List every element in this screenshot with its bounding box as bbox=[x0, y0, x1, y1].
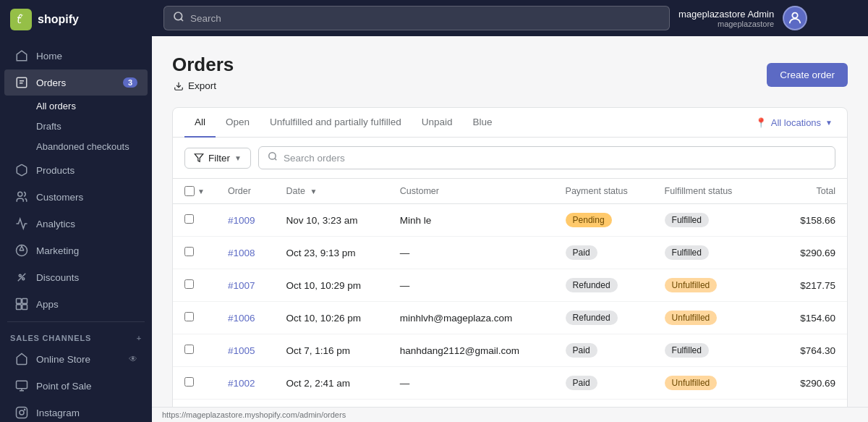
row-date: 2, 2:12 am bbox=[275, 400, 388, 408]
create-order-button[interactable]: Create order bbox=[767, 63, 848, 87]
marketing-icon bbox=[14, 243, 29, 258]
orders-card: All Open Unfulfilled and partially fulfi… bbox=[172, 107, 848, 407]
row-checkbox-cell bbox=[173, 302, 216, 334]
tab-blue[interactable]: Blue bbox=[462, 108, 502, 138]
location-icon: 📍 bbox=[755, 117, 767, 128]
online-store-actions: 👁 bbox=[129, 354, 137, 364]
tab-all[interactable]: All bbox=[184, 108, 216, 138]
sidebar-item-online-store[interactable]: Online Store 👁 bbox=[4, 346, 148, 372]
row-checkbox[interactable] bbox=[184, 345, 194, 354]
row-checkbox[interactable] bbox=[184, 214, 194, 224]
location-filter[interactable]: 📍 All locations ▼ bbox=[752, 111, 835, 134]
tab-unpaid[interactable]: Unpaid bbox=[412, 108, 463, 138]
search-bar[interactable] bbox=[163, 6, 670, 30]
order-link[interactable]: #1005 bbox=[228, 345, 255, 356]
sidebar-item-orders[interactable]: Orders 3 bbox=[4, 69, 148, 96]
svg-line-20 bbox=[181, 19, 183, 21]
tab-open[interactable]: Open bbox=[216, 108, 260, 138]
sidebar-subitem-drafts[interactable]: Drafts bbox=[4, 117, 148, 136]
row-checkbox[interactable] bbox=[184, 377, 194, 387]
svg-marker-23 bbox=[195, 154, 203, 162]
sidebar-item-apps[interactable]: Apps bbox=[4, 291, 148, 317]
svg-point-15 bbox=[25, 409, 25, 410]
order-link[interactable]: #1009 bbox=[228, 215, 255, 226]
row-customer: — bbox=[388, 237, 554, 269]
svg-rect-9 bbox=[22, 305, 27, 310]
sidebar-item-discounts[interactable]: Discounts bbox=[4, 264, 148, 290]
sidebar-subitem-abandoned[interactable]: Abandoned checkouts bbox=[4, 137, 148, 156]
row-order: #1005 bbox=[216, 334, 275, 367]
fulfillment-status-badge: Fulfilled bbox=[665, 213, 709, 227]
filter-button[interactable]: Filter ▼ bbox=[184, 148, 251, 169]
row-total: $290.69 bbox=[770, 367, 847, 400]
eye-icon[interactable]: 👁 bbox=[129, 354, 137, 364]
avatar[interactable] bbox=[783, 6, 807, 30]
sidebar-logo[interactable]: shopify bbox=[0, 0, 152, 39]
row-checkbox[interactable] bbox=[184, 312, 194, 321]
row-checkbox[interactable] bbox=[184, 279, 194, 289]
row-payment-status: Refunded bbox=[554, 302, 653, 334]
row-fulfillment-status: Unfulfilled bbox=[653, 269, 770, 302]
row-customer: minhlvh@mageplaza.com bbox=[388, 302, 554, 334]
row-fulfillment-status: Unfulfilled bbox=[653, 367, 770, 400]
order-link[interactable]: #1002 bbox=[228, 378, 255, 389]
sidebar-item-discounts-label: Discounts bbox=[36, 272, 79, 283]
row-payment-status: Paid bbox=[554, 400, 653, 408]
tab-unfulfilled[interactable]: Unfulfilled and partially fulfilled bbox=[260, 108, 412, 138]
sidebar-item-home[interactable]: Home bbox=[4, 43, 148, 69]
sidebar-item-apps-label: Apps bbox=[36, 299, 59, 310]
sidebar-navigation: Home Orders 3 All orders Drafts Abandone… bbox=[0, 39, 152, 422]
chevron-down-icon: ▼ bbox=[825, 119, 833, 127]
row-customer: hanhdang2112@gmail.com bbox=[388, 334, 554, 367]
search-input[interactable] bbox=[190, 13, 660, 24]
table-row: #1006 Oct 10, 10:26 pm minhlvh@mageplaza… bbox=[173, 302, 847, 334]
logo-text: shopify bbox=[38, 13, 79, 26]
statusbar: https://mageplazastore.myshopify.com/adm… bbox=[152, 407, 868, 422]
search-orders-bar[interactable] bbox=[258, 146, 835, 169]
row-order: #1002 bbox=[216, 367, 275, 400]
user-store: mageplazastore bbox=[678, 20, 774, 28]
sidebar-item-marketing[interactable]: Marketing bbox=[4, 237, 148, 263]
svg-point-4 bbox=[22, 278, 25, 280]
row-fulfillment-status: Unfulfilled bbox=[653, 302, 770, 334]
row-checkbox-cell bbox=[173, 400, 216, 408]
row-date: Oct 2, 2:41 am bbox=[275, 367, 388, 400]
analytics-icon bbox=[14, 216, 29, 231]
sidebar-item-point-of-sale[interactable]: Point of Sale bbox=[4, 373, 148, 399]
sidebar-item-home-label: Home bbox=[36, 51, 62, 62]
sidebar-item-orders-label: Orders bbox=[36, 77, 66, 88]
select-all-checkbox[interactable] bbox=[184, 186, 195, 196]
orders-badge: 3 bbox=[123, 77, 137, 88]
tabs-bar: All Open Unfulfilled and partially fulfi… bbox=[173, 108, 847, 138]
order-link[interactable]: #1006 bbox=[228, 313, 255, 324]
col-date[interactable]: Date ▼ bbox=[275, 179, 388, 204]
row-date: Oct 10, 10:26 pm bbox=[275, 302, 388, 334]
row-checkbox[interactable] bbox=[184, 247, 194, 256]
row-fulfillment-status: Fulfilled bbox=[653, 204, 770, 237]
svg-rect-13 bbox=[17, 408, 27, 418]
row-fulfillment-status: Fulfilled bbox=[653, 237, 770, 269]
instagram-icon bbox=[14, 405, 29, 420]
sidebar-item-customers[interactable]: Customers bbox=[4, 184, 148, 210]
search-orders-icon bbox=[268, 151, 278, 164]
user-name: mageplazastore Admin bbox=[678, 9, 774, 20]
payment-status-badge: Paid bbox=[566, 343, 597, 358]
checkbox-dropdown-icon[interactable]: ▼ bbox=[197, 187, 205, 195]
order-link[interactable]: #1008 bbox=[228, 248, 255, 258]
search-orders-input[interactable] bbox=[284, 153, 826, 164]
page-title: Orders bbox=[172, 54, 234, 76]
sidebar-item-products[interactable]: Products bbox=[4, 157, 148, 183]
statusbar-url: https://mageplazastore.myshopify.com/adm… bbox=[162, 410, 346, 419]
sidebar-item-instagram[interactable]: Instagram bbox=[4, 400, 148, 422]
export-button[interactable]: Export bbox=[172, 76, 218, 96]
svg-rect-7 bbox=[22, 299, 27, 304]
order-link[interactable]: #1007 bbox=[228, 280, 255, 291]
row-total: $217.75 bbox=[770, 269, 847, 302]
row-payment-status: Paid bbox=[554, 367, 653, 400]
sidebar-item-analytics[interactable]: Analytics bbox=[4, 211, 148, 237]
row-order: #1008 bbox=[216, 237, 275, 269]
user-info[interactable]: mageplazastore Admin mageplazastore bbox=[678, 9, 774, 28]
add-sales-channel-icon[interactable]: + bbox=[137, 334, 142, 342]
row-customer: Minh le bbox=[388, 204, 554, 237]
sidebar-subitem-all-orders[interactable]: All orders bbox=[4, 96, 148, 116]
